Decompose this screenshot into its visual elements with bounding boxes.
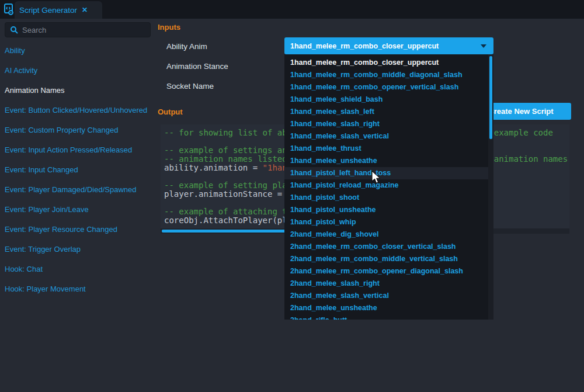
dropdown-option[interactable]: 1hand_pistol_reload_magazine xyxy=(284,179,488,192)
sidebar-item[interactable]: Animation Names xyxy=(0,80,153,100)
sidebar-item[interactable]: Event: Button Clicked/Hovered/Unhovered xyxy=(0,100,153,120)
dropdown-option[interactable]: 2hand_melee_dig_shovel xyxy=(284,228,488,241)
dropdown-option[interactable]: 1hand_melee_shield_bash xyxy=(284,93,488,106)
sidebar-item[interactable]: Event: Input Changed xyxy=(0,159,153,179)
search-input[interactable]: Search xyxy=(5,22,151,37)
sidebar-item[interactable]: Event: Input Action Pressed/Released xyxy=(0,140,153,159)
dropdown-option[interactable]: 1hand_pistol_left_hand_toss xyxy=(284,167,488,179)
field-label-animation-stance: Animation Stance xyxy=(166,62,228,71)
sidebar-item[interactable]: Event: Player Resource Changed xyxy=(0,219,153,239)
output-header: Output xyxy=(158,107,183,116)
chevron-down-icon xyxy=(481,44,486,48)
ability-anim-select[interactable]: 1hand_melee_rm_combo_closer_uppercut xyxy=(284,37,493,54)
inputs-header: Inputs xyxy=(158,23,180,32)
dropdown-option[interactable]: 2hand_melee_unsheathe xyxy=(284,302,488,314)
sidebar-item[interactable]: Event: Custom Property Changed xyxy=(0,120,153,140)
field-label-socket-name: Socket Name xyxy=(166,82,214,91)
script-generator-icon xyxy=(3,3,16,16)
field-label-ability-anim: Ability Anim xyxy=(166,42,207,51)
script-category-list: AbilityAI ActivityAnimation NamesEvent: … xyxy=(0,40,153,299)
dropdown-option[interactable]: 1hand_melee_thrust xyxy=(284,143,488,155)
sidebar-item[interactable]: Event: Player Damaged/Died/Spawned xyxy=(0,179,153,199)
dropdown-option[interactable]: 2hand_rifle_butt xyxy=(284,314,488,320)
dropdown-option[interactable]: 2hand_melee_slash_vertical xyxy=(284,290,488,302)
sidebar-item[interactable]: AI Activity xyxy=(0,60,153,80)
dropdown-option[interactable]: 1hand_melee_unsheathe xyxy=(284,155,488,167)
dropdown-option[interactable]: 2hand_melee_rm_combo_middle_vertical_sla… xyxy=(284,253,488,265)
dropdown-option[interactable]: 1hand_melee_slash_vertical xyxy=(284,130,488,143)
search-placeholder: Search xyxy=(22,26,46,34)
tab-script-generator[interactable]: Script Generator ✕ xyxy=(15,1,102,19)
dropdown-scrollbar-thumb[interactable] xyxy=(489,56,492,139)
sidebar-item[interactable]: Hook: Player Movement xyxy=(0,279,153,299)
dropdown-option[interactable]: 1hand_melee_rm_combo_middle_diagonal_sla… xyxy=(284,69,488,81)
sidebar-item[interactable]: Ability xyxy=(0,40,153,60)
dropdown-option[interactable]: 1hand_melee_rm_combo_closer_uppercut xyxy=(284,57,488,69)
tab-title: Script Generator xyxy=(19,6,77,15)
tab-close-icon[interactable]: ✕ xyxy=(82,6,88,13)
sidebar-item[interactable]: Event: Trigger Overlap xyxy=(0,239,153,259)
dropdown-option[interactable]: 2hand_melee_rm_combo_closer_vertical_sla… xyxy=(284,241,488,253)
sidebar-item[interactable]: Hook: Chat xyxy=(0,259,153,279)
dropdown-option[interactable]: 2hand_melee_slash_right xyxy=(284,277,488,290)
ability-anim-dropdown-list: 1hand_melee_rm_combo_closer_uppercut1han… xyxy=(284,54,493,320)
sidebar-item[interactable]: Event: Player Join/Leave xyxy=(0,199,153,219)
ability-anim-selected-value: 1hand_melee_rm_combo_closer_uppercut xyxy=(290,42,481,50)
dropdown-option[interactable]: 2hand_melee_rm_combo_opener_diagonal_sla… xyxy=(284,265,488,277)
dropdown-option[interactable]: 1hand_pistol_shoot xyxy=(284,192,488,204)
dropdown-option[interactable]: 1hand_melee_slash_left xyxy=(284,106,488,118)
search-icon xyxy=(10,26,18,34)
window-tab-bar: Script Generator ✕ xyxy=(0,0,584,19)
dropdown-option[interactable]: 1hand_pistol_whip xyxy=(284,216,488,228)
dropdown-option[interactable]: 1hand_melee_slash_right xyxy=(284,118,488,130)
dropdown-option[interactable]: 1hand_pistol_unsheathe xyxy=(284,204,488,216)
sidebar: Search AbilityAI ActivityAnimation Names… xyxy=(0,19,153,392)
dropdown-scrollbar[interactable] xyxy=(488,54,493,320)
dropdown-option[interactable]: 1hand_melee_rm_combo_opener_vertical_sla… xyxy=(284,81,488,93)
